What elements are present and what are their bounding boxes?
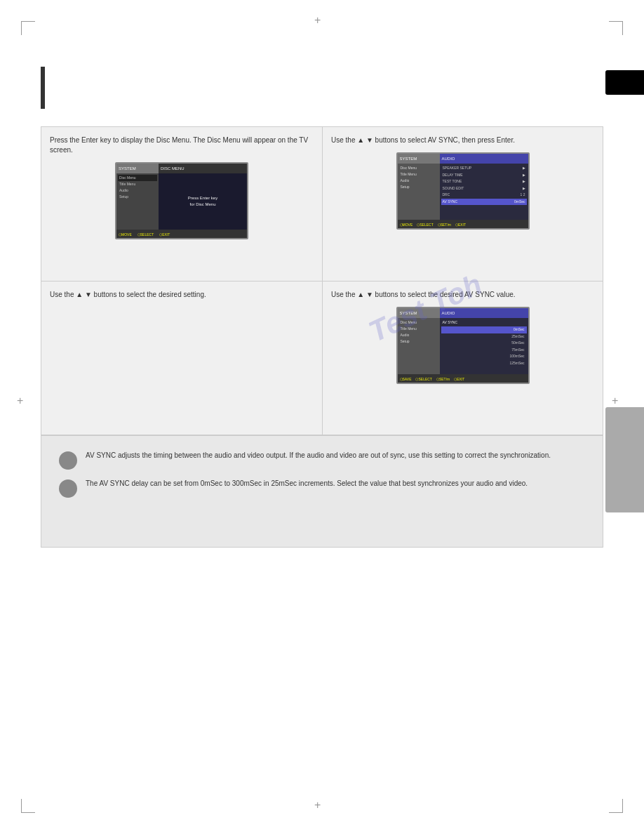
tl-screen-body: Disc Menu Title Menu Audio Setup Press E… — [116, 173, 247, 230]
tl-screen-main: Press Enter keyfor Disc Menu — [159, 173, 247, 230]
br-sidebar-title-menu: Title Menu — [399, 326, 438, 332]
br-sidebar-audio: Audio — [399, 332, 438, 338]
tl-header-disc-menu: DISC MENU — [159, 164, 247, 173]
tl-screen: SYSTEM DISC MENU Disc Menu Title Menu Au… — [115, 162, 248, 239]
br-footer-select: ⬡SELECT — [415, 377, 431, 381]
note-item-1: AV SYNC adjusts the timing between the a… — [59, 450, 585, 470]
note-item-2: The AV SYNC delay can be set from 0mSec … — [59, 478, 585, 498]
br-footer-exit: ⬡EXIT — [454, 377, 464, 381]
tr-screen: SYSTEM AUDIO Disc Menu Title Menu Audio … — [396, 152, 530, 230]
tr-menu-delay: DELAY TIME▶ — [441, 172, 527, 179]
tr-arrow-up: ▲ — [357, 136, 364, 144]
br-av-title: AV SYNC — [441, 319, 527, 325]
corner-mark-bl — [21, 799, 35, 813]
note-text-2: The AV SYNC delay can be set from 0mSec … — [86, 478, 585, 489]
tl-instruction: Press the Enter key to display the Disc … — [50, 135, 314, 155]
tr-screen-container: SYSTEM AUDIO Disc Menu Title Menu Audio … — [331, 152, 594, 230]
tl-header-system: SYSTEM — [116, 164, 159, 173]
reg-mark-bottom — [317, 805, 327, 814]
tr-menu-sound: SOUND EDIT▶ — [441, 185, 527, 192]
tl-sidebar-audio: Audio — [118, 187, 157, 194]
page-tab — [605, 70, 644, 95]
tr-sidebar-title-menu: Title Menu — [399, 171, 438, 178]
corner-mark-tr — [609, 21, 623, 35]
tr-footer-select: ⬡SELECT — [417, 223, 433, 227]
tl-sidebar-disc-menu: Disc Menu — [118, 175, 157, 181]
tr-menu-avsync: AV SYNC0mSec — [441, 199, 527, 206]
br-instruction: Use the ▲ ▼ buttons to select the desire… — [331, 290, 594, 300]
tr-header-system: SYSTEM — [398, 154, 440, 164]
br-arrow-down: ▼ — [366, 291, 373, 298]
br-arrow-up: ▲ — [357, 291, 364, 298]
br-sidebar-disc-menu: Disc Menu — [399, 319, 438, 326]
quadrant-bottom-right: Use the ▲ ▼ buttons to select the desire… — [322, 281, 603, 435]
br-option-25: 25mSec — [441, 333, 527, 340]
tl-sidebar: Disc Menu Title Menu Audio Setup — [116, 173, 159, 230]
tr-footer-move: ⬡MOVE — [400, 223, 413, 227]
tl-screen-text: Press Enter keyfor Disc Menu — [188, 195, 217, 208]
br-option-125: 125mSec — [441, 360, 527, 367]
tl-screen-container: SYSTEM DISC MENU Disc Menu Title Menu Au… — [50, 162, 314, 239]
br-option-75: 75mSec — [441, 347, 527, 354]
tl-footer-select: ⬡SELECT — [137, 232, 154, 237]
content-area: Press the Enter key to display the Disc … — [41, 56, 603, 548]
tr-sidebar-disc-menu: Disc Menu — [399, 165, 438, 171]
br-screen-header: SYSTEM AUDIO — [398, 308, 528, 318]
tl-footer-move: ⬡MOVE — [119, 232, 132, 237]
right-side-tab — [605, 407, 644, 512]
corner-mark-tl — [21, 21, 35, 35]
quadrant-bottom-left: Use the ▲ ▼ buttons to select the desire… — [41, 281, 322, 435]
note-circle-2 — [59, 479, 77, 498]
tl-sidebar-title-menu: Title Menu — [118, 181, 157, 187]
br-screen: SYSTEM AUDIO Disc Menu Title Menu Audio … — [396, 307, 530, 384]
tr-sidebar: Disc Menu Title Menu Audio Setup — [398, 164, 440, 220]
reg-mark-top — [317, 20, 327, 29]
br-footer-setm: ⬡SET/m — [436, 377, 450, 381]
tr-instruction: Use the ▲ ▼ buttons to select AV SYNC, t… — [331, 135, 594, 145]
tr-screen-header: SYSTEM AUDIO — [398, 154, 528, 164]
br-option-100: 100mSec — [441, 353, 527, 360]
tr-sidebar-setup: Setup — [399, 184, 438, 190]
corner-mark-br — [609, 799, 623, 813]
br-footer-save: ⬡SAVE — [400, 377, 412, 381]
quadrant-top-left: Press the Enter key to display the Disc … — [41, 126, 322, 281]
tr-screen-body: Disc Menu Title Menu Audio Setup SPEAKER… — [398, 164, 528, 220]
br-sidebar-setup: Setup — [399, 338, 438, 345]
tr-arrow-down: ▼ — [366, 136, 373, 144]
br-header-system: SYSTEM — [398, 308, 440, 318]
tl-sidebar-setup: Setup — [118, 194, 157, 200]
note-text-1: AV SYNC adjusts the timing between the a… — [86, 450, 585, 461]
br-option-0: 0mSec — [441, 326, 527, 333]
bl-arrow-up: ▲ — [76, 291, 83, 298]
tr-screen-footer: ⬡MOVE ⬡SELECT ⬡SET/m ⬡EXIT — [398, 220, 528, 230]
br-screen-body: Disc Menu Title Menu Audio Setup AV SYNC… — [398, 318, 528, 374]
quadrant-top-right: Use the ▲ ▼ buttons to select AV SYNC, t… — [322, 126, 603, 281]
br-screen-footer: ⬡SAVE ⬡SELECT ⬡SET/m ⬡EXIT — [398, 374, 528, 384]
tr-menu-speaker: SPEAKER SETUP▶ — [441, 165, 527, 172]
tl-footer-exit: ⬡EXIT — [159, 232, 170, 237]
bottom-notes: AV SYNC adjusts the timing between the a… — [41, 435, 603, 548]
tr-screen-main: SPEAKER SETUP▶ DELAY TIME▶ TEST TONE▶ SO… — [440, 164, 528, 220]
note-circle-1 — [59, 451, 77, 470]
quadrants-grid: Press the Enter key to display the Disc … — [41, 126, 603, 435]
bl-instruction: Use the ▲ ▼ buttons to select the desire… — [50, 290, 314, 300]
br-header-audio: AUDIO — [440, 308, 528, 318]
br-screen-main: AV SYNC 0mSec 25mSec 50mSec 75mSec 100mS… — [440, 318, 528, 374]
tr-footer-setm: ⬡SET/m — [438, 223, 451, 227]
br-option-50: 50mSec — [441, 340, 527, 347]
br-sidebar: Disc Menu Title Menu Audio Setup — [398, 318, 440, 374]
tr-menu-tone: TEST TONE▶ — [441, 178, 527, 185]
tr-header-audio: AUDIO — [440, 154, 528, 164]
tr-footer-exit: ⬡EXIT — [455, 223, 466, 227]
tr-sidebar-audio: Audio — [399, 178, 438, 184]
tl-screen-header: SYSTEM DISC MENU — [116, 164, 247, 173]
br-screen-container: SYSTEM AUDIO Disc Menu Title Menu Audio … — [331, 307, 594, 384]
tl-screen-footer: ⬡MOVE ⬡SELECT ⬡EXIT — [116, 230, 247, 239]
reg-mark-mid-left — [20, 400, 29, 410]
bl-arrow-down: ▼ — [85, 291, 92, 298]
tr-menu-drc: DRC1 2 — [441, 192, 527, 199]
